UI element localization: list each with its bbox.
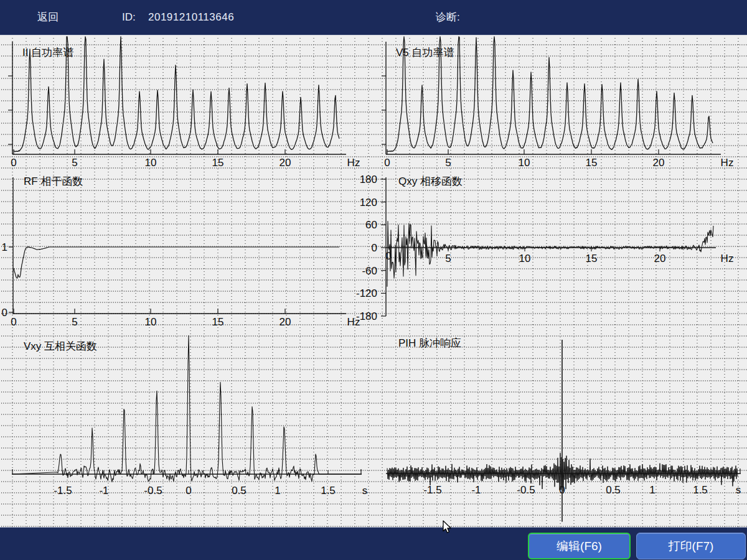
axis-tick-label: 0: [2, 307, 7, 319]
axis-tick-label: 10: [145, 316, 157, 328]
axis-tick-label: 0: [11, 157, 16, 169]
axis-tick-label: 60: [365, 219, 377, 231]
axis-tick-label: -60: [362, 265, 377, 277]
axis-tick-label: 5: [445, 157, 451, 169]
axis-tick-label: 15: [212, 157, 224, 169]
axis-tick-label: 20: [280, 316, 291, 328]
axis-tick-label: 5: [72, 316, 77, 328]
axis-tick-label: -0.5: [517, 484, 535, 496]
axis-tick-label: 1: [649, 484, 655, 496]
axis-tick-label: 1.5: [321, 485, 336, 497]
axis-unit-label: s: [736, 484, 741, 496]
chart-area: II 自功率谱05101520HzV5 自功率谱05101520HzRF 相干函…: [0, 35, 747, 528]
id-label: ID:: [122, 0, 136, 35]
chart-pih_impulse: PIH 脉冲响应-1.5-1-0.500.511.5s: [386, 337, 741, 521]
axis-tick-label: 15: [586, 157, 598, 169]
chart-ii_spectrum: II 自功率谱05101520Hz: [8, 37, 360, 169]
chart-v5_spectrum: V5 自功率谱05101520Hz: [382, 37, 733, 169]
axis-tick-label: 0.5: [232, 485, 247, 497]
axis-tick-label: 20: [654, 253, 666, 264]
axis-tick-label: 5: [445, 253, 451, 264]
axis-tick-label: -1: [471, 484, 481, 496]
axis-tick-label: 15: [212, 316, 224, 328]
axis-tick-label: -180: [356, 310, 377, 322]
chart-title: RF 相干函数: [24, 175, 83, 187]
axis-tick-label: -1.5: [423, 484, 441, 496]
chart-rf_coherence: RF 相干函数1005101520Hz: [2, 175, 360, 328]
edit-button[interactable]: 编辑(F6): [528, 533, 631, 559]
axis-tick-label: 120: [360, 197, 377, 208]
axis-tick-label: 1: [275, 485, 280, 497]
axis-tick-label: 0: [384, 157, 390, 169]
print-button[interactable]: 打印(F7): [636, 533, 746, 559]
axis-unit-label: Hz: [721, 253, 734, 264]
axis-tick-label: 1: [2, 241, 7, 253]
back-button[interactable]: 返回: [37, 0, 59, 35]
axis-tick-label: -120: [356, 287, 377, 299]
axis-tick-label: 5: [72, 157, 77, 169]
axis-tick-label: 10: [145, 157, 157, 169]
axis-tick-label: 15: [586, 253, 598, 264]
axis-tick-label: -1.5: [54, 485, 72, 497]
chart-title: Qxy 相移函数: [398, 175, 463, 187]
chart-title: Vxy 互相关函数: [24, 340, 97, 352]
charts-canvas: II 自功率谱05101520HzV5 自功率谱05101520HzRF 相干函…: [0, 35, 747, 528]
axis-tick-label: -0.5: [144, 485, 162, 497]
chart-vxy_crosscorr: Vxy 互相关函数-1.5-1-0.500.511.5s: [12, 335, 367, 497]
bottom-bar: 编辑(F6) 打印(F7): [0, 527, 747, 560]
axis-tick-label: 20: [280, 157, 291, 169]
axis-tick-label: 0.5: [606, 484, 621, 496]
diagnosis-label: 诊断:: [436, 0, 460, 35]
axis-tick-label: 0: [11, 316, 16, 328]
top-bar: 返回 ID: 20191210113646 诊断:: [0, 0, 747, 35]
axis-tick-label: 1.5: [693, 484, 708, 496]
axis-tick-label: 10: [519, 157, 530, 169]
chart-qxy_phase: Qxy 相移函数180120600-60-120-18005101520Hz: [356, 174, 733, 322]
id-value: 20191210113646: [148, 0, 234, 35]
axis-unit-label: Hz: [721, 157, 734, 169]
axis-tick-label: 180: [360, 174, 377, 185]
axis-tick-label: 20: [653, 157, 665, 169]
axis-tick-label: 0: [372, 242, 377, 254]
axis-unit-label: s: [362, 485, 368, 497]
axis-unit-label: Hz: [347, 157, 360, 169]
axis-tick-label: -1: [99, 485, 108, 497]
axis-tick-label: 10: [519, 253, 531, 264]
chart-title: PIH 脉冲响应: [398, 337, 461, 349]
axis-tick-label: 0: [186, 485, 191, 497]
